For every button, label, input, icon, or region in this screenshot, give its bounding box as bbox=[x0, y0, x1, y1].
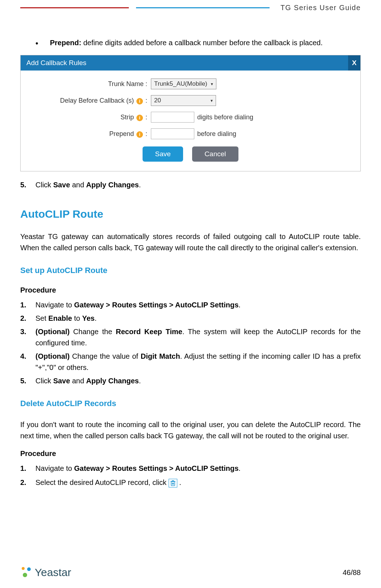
delete-autoclip-heading: Delete AutoCLIP Records bbox=[20, 399, 361, 408]
setup-step-3: 3. (Optional) Change the Record Keep Tim… bbox=[20, 326, 361, 349]
procedure-heading-2: Procedure bbox=[20, 449, 361, 458]
setup-step-5: 5. Click Save and Apply Changes. bbox=[20, 375, 361, 387]
page-footer: Yeastar 46/88 bbox=[20, 566, 361, 579]
autoclip-route-heading: AutoCLIP Route bbox=[20, 208, 361, 220]
setup-step-1: 1. Navigate to Gateway > Routes Settings… bbox=[20, 299, 361, 311]
trunk-name-select[interactable]: Trunk5_AU(Mobile) bbox=[151, 78, 216, 89]
trash-icon[interactable] bbox=[169, 479, 177, 487]
bullet-label: Prepend: bbox=[50, 39, 81, 47]
procedure-heading-1: Procedure bbox=[20, 286, 361, 294]
info-icon[interactable]: i bbox=[136, 98, 143, 105]
delay-select[interactable]: 20 bbox=[151, 95, 216, 106]
header-accent-left bbox=[20, 7, 129, 8]
step-5: 5. Click Save and Apply Changes. bbox=[20, 179, 361, 191]
svg-point-2 bbox=[27, 567, 31, 571]
close-icon[interactable]: X bbox=[348, 55, 360, 71]
modal-header: Add Callback Rules X bbox=[21, 55, 360, 71]
cancel-button[interactable]: Cancel bbox=[192, 146, 238, 162]
svg-point-3 bbox=[23, 573, 27, 577]
svg-point-1 bbox=[22, 567, 25, 570]
logo-icon bbox=[20, 566, 33, 579]
info-icon[interactable]: i bbox=[136, 115, 143, 121]
strip-label: Strip i : bbox=[28, 114, 151, 121]
header-accent-right bbox=[136, 7, 270, 8]
modal-title: Add Callback Rules bbox=[26, 59, 86, 67]
bullet-dot-icon: • bbox=[35, 37, 50, 49]
setup-step-4: 4. (Optional) Change the value of Digit … bbox=[20, 351, 361, 373]
yeastar-logo: Yeastar bbox=[20, 566, 71, 579]
page-header: TG Series User Guide bbox=[0, 0, 381, 12]
prepend-input[interactable] bbox=[151, 128, 194, 139]
delete-step-1: 1. Navigate to Gateway > Routes Settings… bbox=[20, 463, 361, 474]
delete-step-2: 2. Select the desired AutoCLIP record, c… bbox=[20, 477, 361, 488]
header-title: TG Series User Guide bbox=[270, 4, 361, 12]
save-button[interactable]: Save bbox=[143, 146, 183, 162]
bullet-text: define digits added before a callback nu… bbox=[81, 39, 323, 47]
trunk-name-label: Trunk Name : bbox=[28, 80, 151, 88]
callback-modal-figure: Add Callback Rules X Trunk Name : Trunk5… bbox=[20, 55, 361, 171]
info-icon[interactable]: i bbox=[136, 131, 143, 138]
strip-after-text: digits before dialing bbox=[197, 114, 253, 121]
setup-autoclip-heading: Set up AutoCLIP Route bbox=[20, 266, 361, 275]
delay-label: Delay Before Callback (s) i : bbox=[28, 97, 151, 105]
setup-step-2: 2. Set Enable to Yes. bbox=[20, 313, 361, 324]
page-number: 46/88 bbox=[343, 568, 361, 577]
strip-input[interactable] bbox=[151, 112, 194, 123]
delete-intro: If you don't want to route the incoming … bbox=[20, 419, 361, 442]
prepend-bullet: • Prepend: define digits added before a … bbox=[35, 37, 361, 49]
prepend-label: Prepend i : bbox=[28, 130, 151, 138]
prepend-after-text: before dialing bbox=[197, 130, 236, 138]
autoclip-intro: Yeastar TG gateway can automatically sto… bbox=[20, 231, 361, 253]
logo-text: Yeastar bbox=[35, 566, 71, 579]
